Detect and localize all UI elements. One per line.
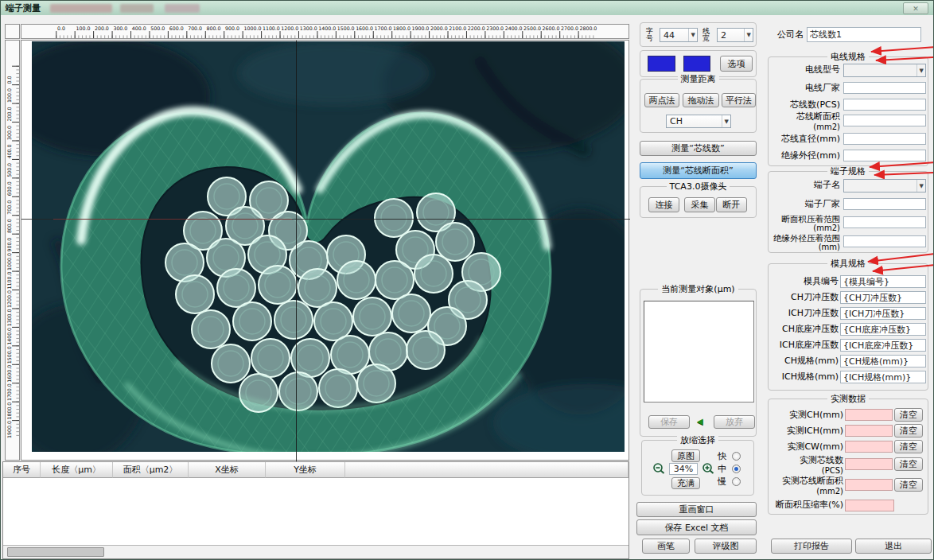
col-header-x[interactable]: X坐标 [189, 462, 266, 478]
fit-button[interactable]: 充满 [671, 477, 700, 489]
wire-model-select[interactable]: ▼ [843, 64, 926, 77]
ch-base-count-input[interactable]: {CH底座冲压数} [840, 323, 926, 336]
measured-ich-input[interactable] [845, 425, 893, 437]
measured-core-area-input[interactable] [845, 479, 893, 491]
pen-button[interactable]: 画笔 [642, 539, 690, 554]
col-header-y[interactable]: Y坐标 [266, 462, 345, 478]
rating-chart-button[interactable]: 评级图 [695, 539, 757, 554]
speed-slow-radio[interactable] [732, 477, 741, 486]
speed-fast-radio[interactable] [732, 452, 741, 461]
camera-capture-button[interactable]: 采集 [684, 197, 715, 212]
measure-core-count-button[interactable]: 测量“芯线数” [640, 141, 757, 156]
measured-data-group: 实测数据 实测CH(mm) 清空 实测ICH(mm) 清空 实测CW(mm) 清… [768, 399, 928, 515]
ruler-label: 1100.0 [6, 272, 12, 290]
measure-core-area-button[interactable]: 测量“芯线断面积” [640, 162, 757, 179]
camera-disconnect-button[interactable]: 断开 [716, 197, 747, 212]
redacted-text [50, 4, 112, 13]
pen-style-group: 字号 44 ▼ 线宽 2 ▼ [640, 22, 757, 47]
ruler-label: 1000.0 [244, 25, 262, 31]
ruler-label: 1200.0 [6, 290, 12, 308]
insulation-od-input[interactable] [843, 150, 926, 161]
mold-number-input[interactable]: {模具编号} [840, 275, 926, 288]
table-body[interactable] [3, 478, 629, 545]
field-label: 芯线直径(mm) [770, 133, 840, 146]
zoom-in-icon[interactable] [701, 462, 715, 475]
terminal-name-select[interactable]: ▼ [843, 179, 926, 192]
measurement-table: 序号 长度〈μm〉 面积〈μm2〉 X坐标 Y坐标 [2, 461, 629, 559]
text-color-swatch[interactable] [683, 56, 710, 72]
ruler-label: 2200.0 [468, 25, 485, 31]
measured-cw-input[interactable] [845, 441, 893, 453]
clear-button[interactable]: 清空 [894, 424, 923, 438]
chevron-down-icon: ▼ [722, 115, 729, 127]
line-width-select[interactable]: 2 ▼ [717, 28, 753, 42]
ich-base-count-input[interactable]: {ICH底座冲压数} [840, 339, 926, 352]
field-label: 绝缘外径(mm) [770, 150, 840, 162]
wire-maker-input[interactable] [843, 82, 926, 94]
scrollbar-thumb[interactable] [7, 547, 104, 557]
ch-punch-count-input[interactable]: {CH刀冲压数} [840, 291, 926, 304]
wire-strand [212, 344, 250, 383]
terminal-maker-input[interactable] [843, 198, 926, 210]
options-button[interactable]: 选项 [720, 56, 753, 72]
font-size-select[interactable]: 44 ▼ [660, 28, 698, 42]
close-button[interactable]: ✕ [903, 2, 928, 14]
speed-mid-radio[interactable] [732, 465, 741, 473]
ruler-label: 300.0 [6, 126, 12, 140]
image-canvas[interactable] [21, 40, 629, 461]
zoom-out-icon[interactable] [652, 462, 666, 475]
measured-core-count-input[interactable] [845, 458, 893, 470]
col-header-index[interactable]: 序号 [3, 462, 41, 478]
ruler-label: 2400.0 [505, 25, 523, 31]
clear-button[interactable]: 清空 [894, 478, 923, 492]
clear-button[interactable]: 清空 [894, 408, 923, 422]
clear-button[interactable]: 清空 [894, 440, 923, 453]
field-label: CH刀冲压数 [770, 291, 839, 304]
field-label: 绝缘外径压着范围(mm) [770, 232, 840, 253]
measure-object-list[interactable] [644, 301, 754, 402]
wire-strand [319, 369, 357, 407]
save-excel-button[interactable]: 保存 Excel 文档 [636, 519, 757, 535]
ruler-label: 700.0 [188, 25, 202, 31]
exit-button[interactable]: 退出 [855, 539, 932, 554]
compression-rate-input[interactable] [845, 500, 894, 511]
discard-measure-button[interactable]: 放弃 [714, 415, 755, 429]
wire-strand [298, 269, 337, 307]
save-measure-button[interactable]: 保存 [648, 415, 690, 429]
camera-connect-button[interactable]: 连接 [648, 197, 679, 212]
zoom-percent-value[interactable]: 34% [669, 463, 698, 475]
field-label: 芯线数(PCS) [770, 99, 840, 111]
original-size-button[interactable]: 原图 [671, 449, 700, 462]
drag-method-button[interactable]: 拖动法 [683, 93, 719, 107]
ruler-label: 200.0 [6, 107, 12, 122]
ich-punch-count-input[interactable]: {ICH刀冲压数} [840, 307, 926, 320]
col-header-length[interactable]: 长度〈μm〉 [41, 462, 113, 478]
measured-ch-input[interactable] [845, 409, 893, 421]
parallel-method-button[interactable]: 平行法 [722, 93, 756, 107]
col-header-area[interactable]: 面积〈μm2〉 [113, 462, 189, 478]
core-diameter-input[interactable] [843, 133, 926, 145]
line-color-swatch[interactable] [648, 56, 675, 72]
company-input[interactable]: 芯线数1 [807, 27, 921, 42]
two-point-method-button[interactable]: 两点法 [644, 93, 679, 107]
wire-strand [192, 310, 230, 348]
ruler-label: 300.0 [113, 25, 127, 31]
ruler-label: 700.0 [6, 200, 12, 215]
channel-select[interactable]: CH ▼ [666, 115, 731, 128]
horizontal-scrollbar[interactable] [3, 545, 629, 558]
wire-strand [217, 269, 255, 307]
ruler-label: 600.0 [6, 181, 12, 196]
wire-strand [251, 339, 290, 377]
crimp-area-range-input[interactable] [843, 216, 926, 228]
ich-spec-input[interactable]: {ICH规格(mm)} [840, 371, 926, 383]
core-area-input[interactable] [843, 115, 926, 126]
ch-spec-input[interactable]: {CH规格(mm)} [840, 355, 926, 368]
clear-button[interactable]: 清空 [894, 457, 923, 471]
insulation-crimp-range-input[interactable] [843, 235, 926, 247]
core-count-input[interactable] [843, 99, 926, 111]
redraw-window-button[interactable]: 重画窗口 [636, 502, 757, 517]
ruler-label: 1800.0 [393, 25, 411, 31]
table-header-blank [345, 462, 629, 478]
green-arrow-icon: ◀ [697, 417, 703, 426]
print-report-button[interactable]: 打印报告 [771, 539, 852, 554]
